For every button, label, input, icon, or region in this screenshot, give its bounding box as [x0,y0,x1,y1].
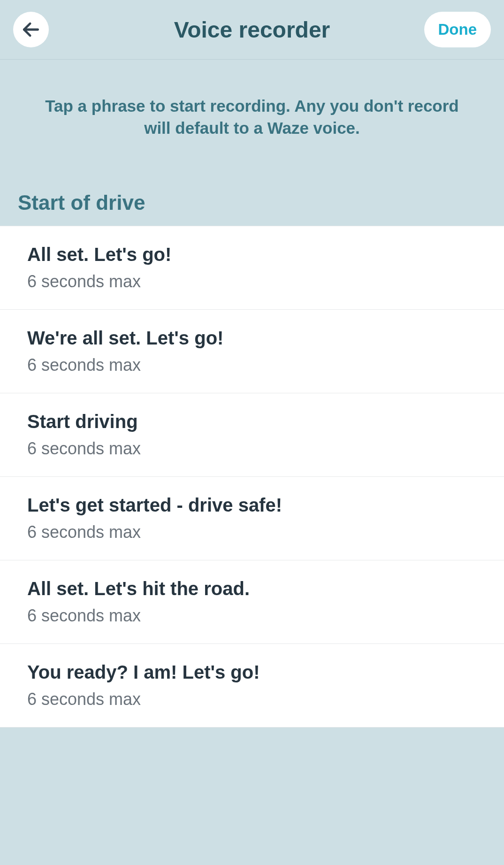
phrase-label: We're all set. Let's go! [27,328,477,349]
phrase-label: Let's get started - drive safe! [27,495,477,516]
phrase-label: All set. Let's hit the road. [27,578,477,599]
phrase-row[interactable]: All set. Let's hit the road. 6 seconds m… [0,560,504,644]
phrase-sub: 6 seconds max [27,606,477,626]
section-header: Start of drive [0,168,504,226]
phrase-row[interactable]: All set. Let's go! 6 seconds max [0,226,504,310]
phrase-row[interactable]: We're all set. Let's go! 6 seconds max [0,310,504,393]
phrase-sub: 6 seconds max [27,689,477,709]
phrase-sub: 6 seconds max [27,272,477,291]
top-bar: Voice recorder Done [0,0,504,60]
arrow-left-icon [21,19,41,40]
page-title: Voice recorder [174,17,330,43]
phrase-label: You ready? I am! Let's go! [27,662,477,683]
phrase-label: All set. Let's go! [27,244,477,265]
phrase-list: All set. Let's go! 6 seconds max We're a… [0,226,504,727]
phrase-sub: 6 seconds max [27,355,477,375]
phrase-sub: 6 seconds max [27,439,477,459]
instruction-text: Tap a phrase to start recording. Any you… [38,95,466,139]
instruction-container: Tap a phrase to start recording. Any you… [0,60,504,168]
section-title: Start of drive [18,191,145,214]
phrase-row[interactable]: Let's get started - drive safe! 6 second… [0,477,504,560]
done-button-label: Done [438,21,477,38]
phrase-row[interactable]: Start driving 6 seconds max [0,393,504,477]
done-button[interactable]: Done [424,12,491,47]
phrase-label: Start driving [27,411,477,432]
phrase-row[interactable]: You ready? I am! Let's go! 6 seconds max [0,644,504,727]
phrase-sub: 6 seconds max [27,522,477,542]
back-button[interactable] [13,12,49,47]
